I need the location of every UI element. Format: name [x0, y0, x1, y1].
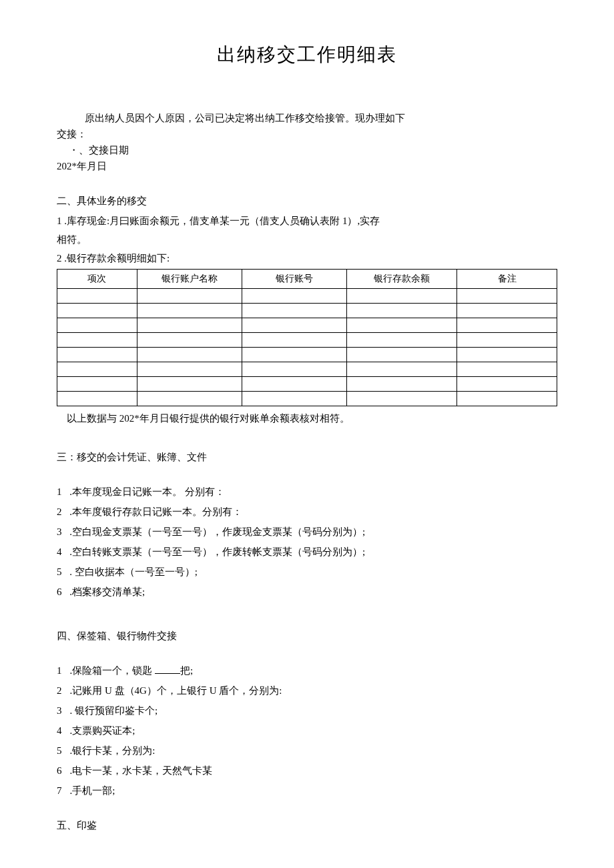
list-item-text: . 空白收据本（一号至一号）;	[67, 566, 198, 577]
list-item: 1 .本年度现金日记账一本。 分别有：	[57, 484, 557, 500]
table-cell	[57, 348, 137, 362]
list-item-number: 5	[57, 743, 62, 759]
intro-line-2: 交接：	[57, 126, 557, 142]
table-row	[57, 304, 557, 318]
list-item-text: .本年度银行存款日记账一本。分别有：	[67, 506, 243, 517]
bank-balance-table: 项次 银行账户名称 银行账号 银行存款余额 备注	[57, 269, 557, 406]
list-item: 1.保险箱一个，锁匙 把;	[57, 663, 557, 679]
list-item-text: .记账用 U 盘（4G）个，上银行 U 盾个，分别为:	[70, 685, 282, 696]
list-item-number: 7	[57, 783, 62, 799]
list-item-text: .空白转账支票某（一号至一号），作废转帐支票某（号码分别为）;	[67, 546, 366, 557]
list-item-number: 6	[57, 584, 62, 600]
table-row	[57, 333, 557, 348]
section-5-heading: 五、印鉴	[57, 817, 557, 833]
table-row	[57, 348, 557, 362]
table-cell	[347, 289, 457, 304]
table-cell	[137, 304, 242, 318]
table-cell	[457, 362, 557, 377]
table-cell	[347, 304, 457, 318]
list-item: 6.电卡一某，水卡某，天然气卡某	[57, 763, 557, 779]
table-cell	[137, 289, 242, 304]
table-cell	[457, 348, 557, 362]
table-cell	[242, 289, 347, 304]
list-item-text: 把;	[180, 665, 193, 676]
list-item: 2 .本年度银行存款日记账一本。分别有：	[57, 504, 557, 520]
list-item: 3. 银行预留印鉴卡个;	[57, 703, 557, 719]
intro-line-1: 原出纳人员因个人原因，公司已决定将出纳工作移交给接管。现办理如下	[57, 110, 557, 126]
list-item: 5 . 空白收据本（一号至一号）;	[57, 564, 557, 580]
table-row	[57, 392, 557, 406]
table-cell	[242, 362, 347, 377]
list-item-text: .支票购买证本;	[70, 725, 135, 736]
table-row	[57, 362, 557, 377]
section-3-heading: 三：移交的会计凭证、账簿、文件	[57, 449, 557, 465]
intro-bullet: ・、交接日期	[57, 142, 557, 158]
list-item-number: 3	[57, 524, 62, 540]
table-cell	[242, 333, 347, 348]
section-2-item-1-line-1: 1 .库存现金:月曰账面余额元，借支单某一元（借支人员确认表附 1）,实存	[57, 213, 557, 229]
table-cell	[242, 348, 347, 362]
table-cell	[347, 392, 457, 406]
table-cell	[457, 333, 557, 348]
table-cell	[57, 318, 137, 333]
list-item-number: 4	[57, 723, 62, 739]
table-header-row: 项次 银行账户名称 银行账号 银行存款余额 备注	[57, 269, 557, 288]
th-account-no: 银行账号	[242, 269, 347, 288]
table-cell	[57, 289, 137, 304]
table-cell	[347, 377, 457, 392]
th-remark: 备注	[457, 269, 557, 288]
table-cell	[457, 304, 557, 318]
list-item: 3 .空白现金支票某（一号至一号），作废现金支票某（号码分别为）;	[57, 524, 557, 540]
table-cell	[57, 392, 137, 406]
section-2-heading: 二、具体业务的移交	[57, 193, 557, 209]
table-cell	[137, 362, 242, 377]
list-item: 4.支票购买证本;	[57, 723, 557, 739]
table-cell	[347, 362, 457, 377]
table-cell	[242, 392, 347, 406]
list-item-text: .电卡一某，水卡某，天然气卡某	[70, 765, 213, 776]
table-cell	[457, 289, 557, 304]
list-item: 6 .档案移交清单某;	[57, 584, 557, 600]
list-item: 4 .空白转账支票某（一号至一号），作废转帐支票某（号码分别为）;	[57, 544, 557, 560]
table-cell	[242, 377, 347, 392]
table-cell	[137, 348, 242, 362]
table-cell	[137, 392, 242, 406]
table-cell	[457, 318, 557, 333]
table-cell	[457, 392, 557, 406]
list-item-text: .空白现金支票某（一号至一号），作废现金支票某（号码分别为）;	[67, 526, 366, 537]
th-account-name: 银行账户名称	[137, 269, 242, 288]
list-item-number: 6	[57, 763, 62, 779]
table-cell	[57, 362, 137, 377]
blank-underline	[155, 665, 180, 674]
table-cell	[57, 377, 137, 392]
intro-date: 202*年月日	[57, 158, 557, 174]
list-item: 2.记账用 U 盘（4G）个，上银行 U 盾个，分别为:	[57, 683, 557, 699]
table-cell	[347, 348, 457, 362]
table-cell	[57, 304, 137, 318]
list-item-text: .档案移交清单某;	[67, 586, 145, 597]
section-2-item-2: 2 .银行存款余额明细如下:	[57, 250, 557, 266]
table-cell	[242, 304, 347, 318]
table-cell	[347, 333, 457, 348]
list-item-text: .手机一部;	[70, 785, 115, 796]
table-row	[57, 289, 557, 304]
list-item-number: 5	[57, 564, 62, 580]
section-4-heading: 四、保签箱、银行物件交接	[57, 628, 557, 644]
list-item-number: 1	[57, 484, 62, 500]
list-item: 7.手机一部;	[57, 783, 557, 799]
list-item-text: .银行卡某，分别为:	[70, 745, 156, 756]
list-item-text: . 银行预留印鉴卡个;	[70, 705, 158, 716]
list-item-number: 1	[57, 663, 62, 679]
page-title: 出纳移交工作明细表	[57, 40, 557, 70]
list-item: 5.银行卡某，分别为:	[57, 743, 557, 759]
table-cell	[242, 318, 347, 333]
list-item-number: 2	[57, 683, 62, 699]
table-cell	[137, 318, 242, 333]
th-balance: 银行存款余额	[347, 269, 457, 288]
table-cell	[137, 333, 242, 348]
section-2-item-1-line-2: 相符。	[57, 232, 557, 248]
table-cell	[57, 333, 137, 348]
table-cell	[347, 318, 457, 333]
intro-block: 原出纳人员因个人原因，公司已决定将出纳工作移交给接管。现办理如下 交接： ・、交…	[57, 110, 557, 174]
list-item-text: .本年度现金日记账一本。 分别有：	[67, 486, 225, 497]
